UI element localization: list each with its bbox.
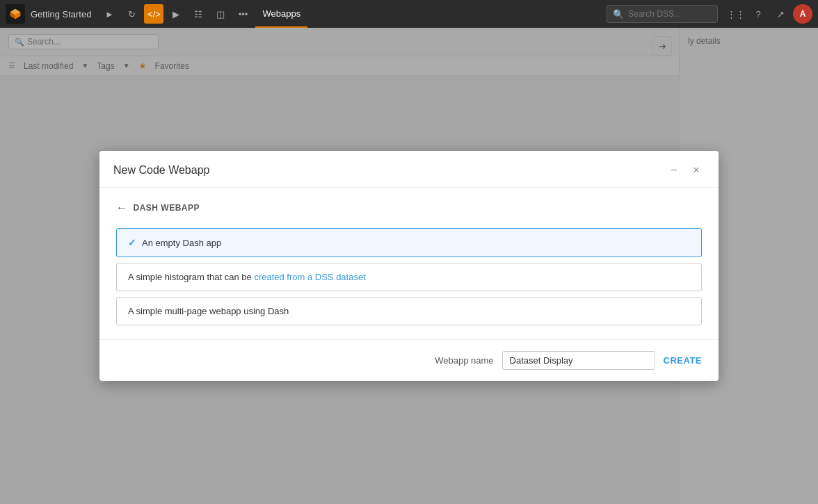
- option-list: ✓ An empty Dash app A simple histogram t…: [116, 228, 702, 325]
- nav-forward-icon[interactable]: ►: [99, 4, 119, 24]
- option-multipage[interactable]: A simple multi-page webapp using Dash: [116, 297, 702, 325]
- project-title: Getting Started: [31, 9, 91, 19]
- avatar[interactable]: A: [793, 4, 812, 24]
- analytics-icon[interactable]: ↗: [771, 4, 790, 24]
- back-nav[interactable]: ← DASH WEBAPP: [116, 202, 702, 214]
- modal-actions: − ×: [666, 162, 705, 179]
- search-input[interactable]: [628, 9, 712, 19]
- option-empty-dash[interactable]: ✓ An empty Dash app: [116, 228, 702, 257]
- main-area: 🔍 + NEW WEBAPP ▾ ☰ Last modified ▼ Tags …: [0, 28, 818, 504]
- option-multipage-label: A simple multi-page webapp using Dash: [128, 306, 289, 316]
- search-icon: 🔍: [613, 9, 624, 19]
- check-icon: ✓: [128, 237, 136, 248]
- option-empty-dash-label: An empty Dash app: [142, 238, 221, 248]
- apps-icon[interactable]: ⋮⋮: [726, 4, 746, 24]
- back-arrow-icon: ←: [116, 202, 128, 214]
- tab-webapps[interactable]: Webapps: [255, 0, 307, 28]
- dashboard-icon[interactable]: ◫: [211, 4, 230, 24]
- webapp-name-input[interactable]: [502, 351, 655, 370]
- refresh-icon[interactable]: ↻: [122, 4, 141, 24]
- minimize-button[interactable]: −: [666, 162, 682, 179]
- help-icon[interactable]: ?: [748, 4, 768, 24]
- run-icon[interactable]: ▶: [166, 4, 186, 24]
- create-button[interactable]: CREATE: [664, 355, 702, 366]
- code-icon[interactable]: </>: [144, 4, 163, 24]
- modal-body: ← DASH WEBAPP ✓ An empty Dash app A simp…: [99, 188, 719, 339]
- modal-dialog: New Code Webapp − × ← DASH WEBAPP ✓ A: [99, 151, 719, 381]
- back-nav-label: DASH WEBAPP: [134, 203, 200, 213]
- schedule-icon[interactable]: ☷: [189, 4, 208, 24]
- option-histogram-label: A simple histogram that can be created f…: [128, 272, 366, 282]
- modal-overlay: New Code Webapp − × ← DASH WEBAPP ✓ A: [0, 28, 818, 504]
- topbar: Getting Started ► ↻ </> ▶ ☷ ◫ ••• Webapp…: [0, 0, 818, 28]
- modal-title: New Code Webapp: [113, 164, 209, 177]
- modal-footer: Webapp name CREATE: [99, 339, 719, 381]
- webapp-name-label: Webapp name: [435, 355, 493, 366]
- more-icon[interactable]: •••: [233, 4, 252, 24]
- modal-header: New Code Webapp − ×: [99, 151, 719, 188]
- logo-icon[interactable]: [6, 4, 25, 24]
- option-histogram[interactable]: A simple histogram that can be created f…: [116, 263, 702, 291]
- topbar-right: ⋮⋮ ? ↗ A: [726, 4, 812, 24]
- close-button[interactable]: ×: [688, 162, 705, 179]
- search-box: 🔍: [607, 5, 718, 23]
